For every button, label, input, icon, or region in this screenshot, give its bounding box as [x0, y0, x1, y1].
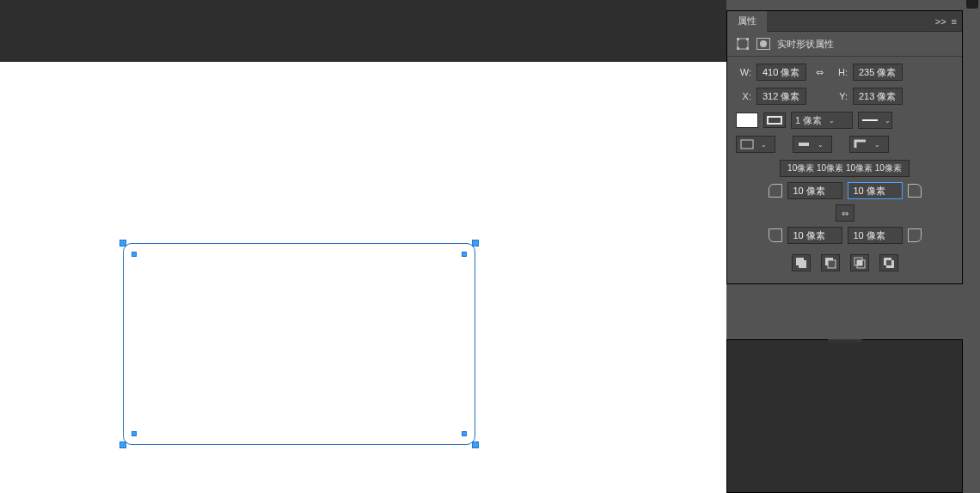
chevron-down-icon: ⌄	[761, 141, 767, 149]
position-row: X: 312 像素 Y: 213 像素	[736, 88, 953, 105]
secondary-panel	[726, 339, 963, 493]
y-field[interactable]: 213 像素	[853, 88, 903, 105]
handle-tr-inner[interactable]	[462, 252, 467, 257]
chevron-down-icon: ⌄	[885, 117, 891, 125]
width-field[interactable]: 410 像素	[756, 64, 806, 81]
handle-tl[interactable]	[119, 240, 126, 246]
corner-radius-section: 10像素 10像素 10像素 10像素 10 像素 10 像素 ⇔ 10 像素 …	[736, 160, 953, 244]
exclude-button[interactable]	[879, 254, 898, 271]
svg-rect-2	[746, 38, 749, 40]
svg-rect-10	[828, 260, 836, 268]
handle-tr[interactable]	[472, 240, 479, 246]
selected-rectangle[interactable]	[123, 243, 475, 445]
panel-tabs: 属性 >> ≡	[727, 11, 962, 32]
pathfinder-row	[736, 254, 953, 271]
chevron-down-icon: ⌄	[818, 141, 824, 149]
link-wh-icon[interactable]: ⇔	[812, 67, 827, 78]
handle-tl-inner[interactable]	[132, 252, 137, 257]
panel-subheader: 实时形状属性	[727, 32, 962, 57]
corner-tr-field[interactable]: 10 像素	[848, 182, 903, 199]
corner-bl-field[interactable]: 10 像素	[787, 227, 842, 244]
link-corners-button[interactable]: ⇔	[836, 204, 854, 222]
cap-style-dropdown[interactable]: ⌄	[793, 136, 832, 153]
fill-swatch[interactable]	[736, 113, 758, 128]
mask-icon	[756, 38, 770, 50]
x-field[interactable]: 312 像素	[756, 88, 806, 105]
height-field[interactable]: 235 像素	[853, 64, 903, 81]
panel-menu-icon[interactable]: ≡	[952, 16, 957, 27]
stroke-style-dropdown[interactable]: ⌄	[858, 112, 892, 129]
tab-properties[interactable]: 属性	[727, 11, 767, 32]
width-label: W:	[736, 67, 751, 77]
svg-rect-8	[799, 260, 806, 268]
stroke-align-dropdown[interactable]: ⌄	[736, 136, 775, 153]
corner-bl-icon	[769, 228, 782, 242]
height-label: H:	[832, 67, 848, 77]
handle-bl-inner[interactable]	[132, 431, 137, 436]
panel-drag-handle[interactable]	[828, 339, 862, 343]
svg-rect-1	[737, 38, 739, 40]
handle-br[interactable]	[472, 441, 479, 448]
intersect-button[interactable]	[850, 254, 869, 271]
bounding-box-icon	[736, 37, 750, 51]
stroke-weight-value: 1 像素	[795, 114, 822, 127]
collapse-panel-icon[interactable]: >>	[935, 16, 946, 27]
right-rail	[963, 0, 980, 493]
corner-tl-field[interactable]: 10 像素	[787, 182, 842, 199]
properties-panel: 属性 >> ≡ 实时形状属性 W: 410 像素 ⇔ H: 235 像素 X: …	[726, 10, 963, 284]
y-label: Y:	[832, 91, 848, 101]
stroke-swatch[interactable]	[763, 113, 786, 128]
corner-tr-icon	[908, 184, 922, 198]
chevron-down-icon: ⌄	[874, 141, 880, 149]
svg-rect-16	[886, 260, 891, 265]
subtract-button[interactable]	[821, 254, 840, 271]
corner-br-icon	[908, 228, 922, 242]
svg-rect-13	[857, 260, 862, 265]
svg-rect-4	[746, 47, 749, 50]
svg-rect-3	[737, 47, 739, 50]
x-label: X:	[736, 91, 751, 101]
handle-bl[interactable]	[119, 441, 126, 448]
fill-stroke-row: 1 像素 ⌄ ⌄	[736, 112, 953, 129]
handle-br-inner[interactable]	[462, 431, 467, 436]
size-row: W: 410 像素 ⇔ H: 235 像素	[736, 64, 953, 81]
join-style-dropdown[interactable]: ⌄	[849, 136, 889, 153]
align-row: ⌄ ⌄ ⌄	[736, 136, 953, 153]
panel-subtitle: 实时形状属性	[777, 38, 834, 51]
unite-button[interactable]	[792, 254, 811, 271]
svg-rect-5	[741, 140, 753, 149]
canvas[interactable]	[0, 62, 726, 493]
corner-br-field[interactable]: 10 像素	[848, 227, 903, 244]
chevron-down-icon: ⌄	[829, 117, 835, 125]
rail-notch-icon	[966, 0, 978, 9]
stroke-weight-dropdown[interactable]: 1 像素 ⌄	[791, 112, 853, 129]
app-topbar	[0, 0, 726, 62]
corner-tl-icon	[769, 184, 782, 198]
corner-summary: 10像素 10像素 10像素 10像素	[780, 160, 910, 177]
